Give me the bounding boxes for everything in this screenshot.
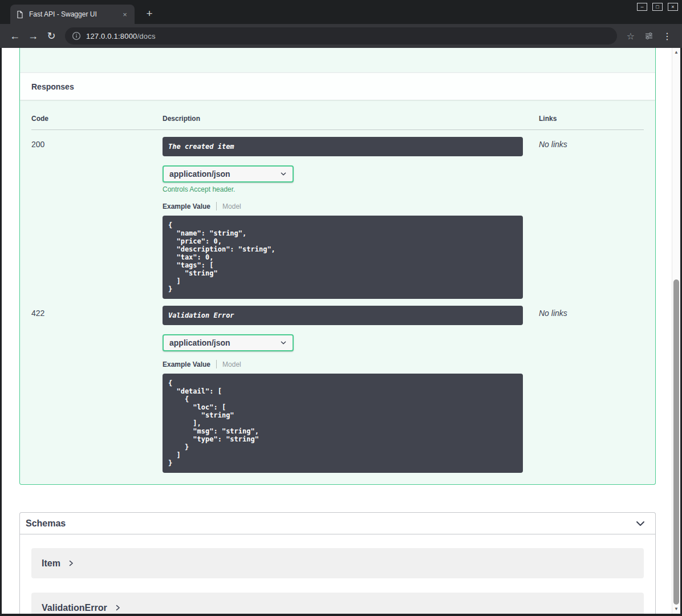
tab-divider [216, 202, 217, 210]
accept-header-note: Controls Accept header. [163, 185, 539, 193]
browser-controls-icon[interactable] [640, 31, 658, 40]
minimize-button[interactable]: – [637, 3, 647, 11]
browser-window: Fast API - Swagger UI × + – □ × ← → ↻ 12… [0, 0, 682, 616]
tab-example-value[interactable]: Example Value [163, 360, 210, 368]
response-links: No links [539, 137, 644, 299]
model-row-item[interactable]: Item [31, 548, 644, 578]
model-row-validationerror[interactable]: ValidationError [31, 593, 644, 614]
tab-title: Fast API - Swagger UI [29, 10, 120, 18]
page-scrollbar[interactable]: ▲ ▼ [672, 48, 680, 614]
response-row-422: 422 Validation Error application/json Ex… [31, 299, 644, 473]
scrollbar-thumb[interactable] [673, 279, 679, 605]
opblock-responses: Responses Code Description Links 200 The… [19, 48, 656, 485]
models-list: Item ValidationError [20, 534, 655, 614]
media-type-select[interactable]: application/json [163, 334, 294, 351]
tab-model[interactable]: Model [222, 360, 241, 368]
chevron-right-icon [114, 604, 121, 611]
chevron-down-icon [280, 171, 287, 177]
column-header-code: Code [31, 115, 163, 123]
media-type-value: application/json [169, 338, 230, 347]
response-description: Validation Error [163, 306, 523, 325]
tab-close-icon[interactable]: × [120, 10, 130, 19]
forward-icon[interactable]: → [24, 30, 42, 42]
schemas-header[interactable]: Schemas [20, 513, 655, 534]
new-tab-button[interactable]: + [143, 7, 156, 20]
scrollbar-up-icon[interactable]: ▲ [672, 48, 680, 56]
browser-tab[interactable]: Fast API - Swagger UI × [10, 5, 135, 24]
chevron-right-icon [67, 560, 75, 567]
chevron-down-icon[interactable] [635, 518, 646, 529]
response-description: The created item [163, 137, 523, 156]
responses-section-header: Responses [20, 72, 655, 100]
media-type-select[interactable]: application/json [163, 165, 294, 183]
column-header-description: Description [163, 115, 539, 123]
chevron-down-icon [280, 339, 287, 346]
url-host: 127.0.0.1:8000 [86, 32, 137, 40]
response-code: 200 [31, 137, 163, 299]
tab-model[interactable]: Model [222, 202, 241, 210]
address-bar[interactable]: 127.0.0.1:8000/docs [65, 27, 617, 44]
example-model-tabs: Example Value Model [163, 360, 539, 368]
back-icon[interactable]: ← [6, 30, 24, 42]
opblock-spacer [20, 48, 655, 72]
model-name: Item [42, 558, 60, 569]
url-text: 127.0.0.1:8000/docs [86, 32, 156, 40]
url-path: /docs [137, 32, 156, 40]
bookmark-star-icon[interactable]: ☆ [622, 31, 640, 42]
swagger-page: Responses Code Description Links 200 The… [2, 48, 672, 614]
maximize-button[interactable]: □ [652, 3, 663, 11]
tab-strip: Fast API - Swagger UI × + – □ × [0, 0, 682, 24]
tab-example-value[interactable]: Example Value [163, 202, 210, 210]
window-controls: – □ × [637, 3, 678, 11]
responses-table-header: Code Description Links [31, 111, 644, 130]
example-model-tabs: Example Value Model [163, 202, 539, 210]
responses-title: Responses [31, 82, 74, 91]
example-json: { "detail": [ { "loc": [ "string" ], "ms… [163, 374, 523, 473]
reload-icon[interactable]: ↻ [42, 30, 60, 42]
response-description-cell: Validation Error application/json Exampl… [163, 306, 539, 473]
close-button[interactable]: × [668, 3, 678, 11]
model-name: ValidationError [42, 603, 107, 613]
tab-divider [216, 360, 217, 368]
browser-menu-icon[interactable]: ⋮ [658, 31, 676, 42]
response-code: 422 [31, 306, 163, 473]
response-row-200: 200 The created item application/json Co… [31, 130, 644, 299]
response-description-cell: The created item application/json Contro… [163, 137, 539, 299]
page-favicon-icon [16, 10, 24, 19]
media-type-value: application/json [169, 169, 230, 179]
browser-viewport: Responses Code Description Links 200 The… [2, 48, 680, 614]
site-info-icon[interactable] [72, 31, 81, 40]
example-json: { "name": "string", "price": 0, "descrip… [163, 216, 523, 299]
responses-table: Code Description Links 200 The created i… [20, 100, 655, 484]
schemas-section: Schemas Item ValidationError [19, 512, 656, 614]
browser-toolbar: ← → ↻ 127.0.0.1:8000/docs ☆ ⋮ [0, 24, 682, 48]
schemas-title: Schemas [26, 518, 66, 529]
scrollbar-down-icon[interactable]: ▼ [672, 605, 680, 613]
column-header-links: Links [539, 115, 644, 123]
response-links: No links [539, 306, 644, 473]
